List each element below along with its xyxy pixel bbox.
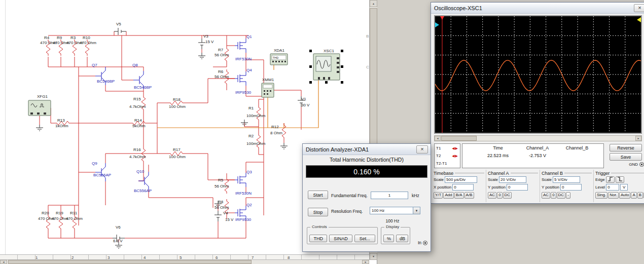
timebase-xposition-input[interactable]: 0 — [452, 184, 474, 191]
mosfet-transistor[interactable] — [235, 71, 246, 86]
selection-handle[interactable] — [325, 81, 328, 84]
terminal — [275, 61, 277, 62]
channel-b-ac-button[interactable]: AC — [542, 192, 550, 199]
battery[interactable] — [198, 39, 205, 49]
scope-scrollbar[interactable]: ◂ ▸ — [434, 135, 642, 141]
wire[interactable] — [218, 220, 246, 238]
distortion-analyzer-titlebar[interactable]: Distortion Analyzer-XDA1 × — [303, 144, 431, 155]
scroll-right-icon[interactable]: ▸ — [635, 136, 641, 141]
schematic-label: R1 — [248, 106, 254, 110]
bjt-transistor[interactable] — [95, 163, 105, 181]
selection-handle[interactable] — [309, 81, 312, 84]
schematic-label: XFG1 — [37, 94, 48, 99]
trigger-level-input[interactable]: 0 — [606, 184, 619, 191]
battery[interactable] — [114, 28, 126, 35]
channel-b-scale-label: Scale — [542, 177, 552, 182]
wire[interactable] — [157, 103, 168, 123]
stop-button[interactable]: Stop — [308, 208, 328, 216]
channel-a-ac-button[interactable]: AC — [488, 192, 496, 199]
trigger-source-a-button[interactable]: A — [631, 192, 636, 199]
channel-a-zero-button[interactable]: 0 — [497, 192, 502, 199]
t2-marker-icon[interactable] — [637, 17, 641, 22]
cursor-arrows-icon[interactable]: ◀▶ — [452, 146, 458, 150]
scroll-down-icon[interactable]: ▾ — [370, 253, 377, 260]
wire[interactable] — [185, 154, 235, 180]
channel-b-header: Channel_B — [566, 145, 589, 153]
cursor-readout[interactable]: T1◀▶ T2◀▶ T2-T1 — [434, 143, 460, 168]
falling-edge-button[interactable] — [616, 176, 624, 183]
selection-handle[interactable] — [341, 50, 343, 52]
wire[interactable] — [259, 149, 264, 155]
close-icon[interactable]: × — [416, 145, 428, 154]
scroll-left-icon[interactable]: ◂ — [0, 260, 7, 264]
cursor-arrows-icon[interactable]: ◀▶ — [452, 154, 458, 158]
cursor-handle-icon[interactable] — [440, 16, 444, 20]
resolution-freq-select[interactable]: 100 Hz ▼ — [370, 207, 420, 214]
thd-mode-button[interactable]: THD — [309, 235, 327, 242]
add-mode-button[interactable]: Add — [443, 192, 453, 199]
cursor-t1-row[interactable]: T1◀▶ — [436, 144, 458, 152]
controls-group: Controls THD SINAD Set... — [307, 227, 378, 244]
hscroll-thumb[interactable] — [8, 260, 252, 264]
wire[interactable] — [51, 108, 55, 123]
wire[interactable] — [149, 190, 213, 208]
reverse-button[interactable]: Reverse — [610, 144, 642, 152]
close-icon[interactable]: × — [634, 4, 644, 12]
settings-button[interactable]: Set... — [354, 235, 375, 242]
scroll-right-icon[interactable]: ▸ — [362, 260, 369, 264]
terminal — [37, 112, 40, 115]
ruler-number: 2 — [71, 255, 74, 260]
trigger-source-b-button[interactable]: B — [637, 192, 643, 199]
thd-value: 0.160 % — [353, 168, 379, 176]
channel-a-dc-button[interactable]: DC — [503, 192, 512, 199]
resolution-freq-label: Resolution Freq. — [331, 209, 363, 214]
wire[interactable] — [185, 79, 235, 103]
wire[interactable] — [122, 35, 133, 80]
oscilloscope-titlebar[interactable]: Oscilloscope-XSC1 × — [431, 3, 644, 14]
trigger-level-unit-select[interactable]: V — [620, 184, 628, 191]
selection-handle[interactable] — [341, 81, 343, 84]
wire[interactable] — [244, 123, 259, 127]
scroll-left-icon[interactable]: ◂ — [435, 136, 441, 141]
timebase-scale-input[interactable]: 500 µs/Div — [445, 176, 477, 183]
scroll-up-icon[interactable]: ▴ — [370, 0, 377, 7]
schematic-label: R14 — [134, 118, 142, 123]
selection-handle[interactable] — [309, 65, 312, 68]
ba-mode-button[interactable]: B/A — [454, 192, 464, 199]
horizontal-scrollbar[interactable]: ◂ ▸ — [0, 260, 369, 264]
fundamental-freq-input[interactable]: 1 — [371, 192, 408, 199]
rising-edge-button[interactable] — [606, 176, 615, 183]
yt-mode-button[interactable]: Y/T — [434, 192, 443, 199]
scope-scroll-thumb[interactable] — [441, 136, 477, 141]
cursor-delta-label: T2-T1 — [436, 161, 447, 166]
db-display-button[interactable]: dB — [396, 235, 408, 242]
ab-mode-button[interactable]: A/B — [464, 192, 474, 199]
channel-b-zero-button[interactable]: 0 — [551, 192, 556, 199]
auto-trigger-button[interactable]: Auto — [619, 192, 630, 199]
channel-a-yposition-input[interactable]: 0 — [507, 184, 528, 191]
channel-b-minus-button[interactable]: - — [566, 192, 570, 199]
battery[interactable] — [214, 211, 222, 221]
chevron-down-icon[interactable]: ▼ — [413, 207, 420, 214]
selection-handle[interactable] — [309, 50, 312, 52]
channel-b-yposition-input[interactable]: 0 — [560, 184, 582, 191]
channel-b-scale-input[interactable]: 5 V/Div — [553, 176, 580, 183]
channel-a-scale-input[interactable]: 20 V/Div — [499, 176, 526, 183]
wire[interactable] — [259, 99, 264, 105]
t1-marker-icon[interactable] — [435, 22, 439, 27]
channel-b-dc-button[interactable]: DC — [557, 192, 566, 199]
start-button[interactable]: Start — [308, 191, 328, 199]
oscilloscope-display[interactable] — [434, 15, 642, 134]
mosfet-transistor[interactable] — [235, 173, 246, 187]
single-trigger-button[interactable]: Sing. — [595, 192, 607, 199]
resistor[interactable] — [141, 95, 146, 111]
percent-display-button[interactable]: % — [383, 235, 394, 242]
sinad-mode-button[interactable]: SINAD — [329, 235, 352, 242]
wire[interactable] — [213, 63, 227, 67]
save-button[interactable]: Save — [610, 153, 642, 161]
mosfet-transistor[interactable] — [235, 39, 246, 53]
schematic-label: R19 — [56, 211, 63, 215]
selection-handle[interactable] — [341, 65, 343, 68]
cursor-t2-row[interactable]: T2◀▶ — [436, 152, 458, 160]
normal-trigger-button[interactable]: Nor. — [608, 192, 619, 199]
